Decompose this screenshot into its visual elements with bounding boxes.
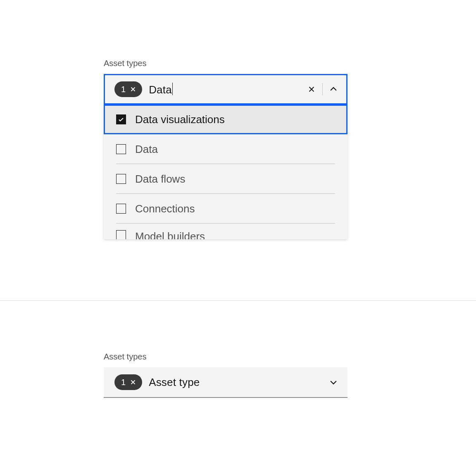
- chevron-up-icon[interactable]: [325, 81, 342, 98]
- option-data-flows[interactable]: Data flows: [104, 164, 347, 194]
- chevron-down-icon[interactable]: [325, 374, 342, 390]
- field-label: Asset types: [104, 59, 347, 68]
- option-connections[interactable]: Connections: [104, 194, 347, 224]
- multiselect-combobox-closed[interactable]: 1 Asset type: [104, 367, 347, 398]
- checkbox-unchecked-icon: [116, 174, 126, 184]
- clear-input-button[interactable]: [303, 81, 320, 98]
- selected-count-tag[interactable]: 1: [114, 81, 142, 97]
- checkbox-unchecked-icon: [116, 204, 126, 214]
- control-divider: [322, 83, 323, 95]
- option-label: Data flows: [135, 173, 185, 186]
- tag-count: 1: [121, 378, 126, 387]
- options-listbox: Data visualizations Data Data flows Conn…: [104, 105, 347, 239]
- combobox-placeholder: Asset type: [149, 376, 325, 389]
- combobox-controls: [303, 81, 342, 98]
- filter-input[interactable]: Data: [149, 83, 303, 96]
- tag-count: 1: [121, 85, 126, 94]
- text-cursor: [172, 83, 173, 95]
- multiselect-open-section: Asset types 1 Data Data visualization: [104, 59, 347, 239]
- option-label: Data visualizations: [135, 113, 225, 126]
- checkbox-unchecked-icon: [116, 144, 126, 154]
- option-label: Connections: [135, 202, 195, 215]
- option-label: Model builders: [135, 230, 205, 239]
- selected-count-tag[interactable]: 1: [114, 374, 142, 390]
- combobox-controls: [325, 374, 342, 390]
- clear-tag-icon[interactable]: [129, 378, 137, 386]
- multiselect-combobox-open[interactable]: 1 Data: [104, 74, 347, 105]
- checkbox-unchecked-icon: [116, 230, 126, 239]
- checkbox-checked-icon: [116, 114, 126, 124]
- multiselect-closed-section: Asset types 1 Asset type: [104, 352, 347, 398]
- option-data[interactable]: Data: [104, 134, 347, 164]
- option-data-visualizations[interactable]: Data visualizations: [104, 105, 347, 134]
- filter-input-value: Data: [149, 83, 172, 96]
- option-model-builders[interactable]: Model builders: [104, 224, 347, 239]
- field-label: Asset types: [104, 352, 347, 362]
- clear-tag-icon[interactable]: [129, 85, 137, 93]
- option-label: Data: [135, 143, 158, 156]
- section-divider: [0, 300, 476, 301]
